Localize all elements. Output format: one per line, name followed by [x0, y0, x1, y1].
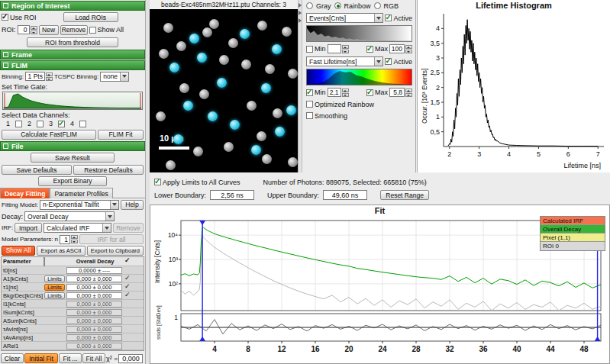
table-row-t0[interactable]: t0[ns]0,0000 ± ---- — [2, 266, 144, 275]
lower-boundary-input[interactable]: 2,56 ns — [210, 190, 254, 200]
binning-stepper[interactable]: 1 Pts — [25, 72, 53, 81]
collapse-icon[interactable] — [3, 143, 8, 149]
lifetime-active-checkbox[interactable] — [385, 58, 392, 65]
collapse-icon[interactable] — [3, 63, 8, 68]
lifetime-histogram-chart[interactable]: 2345670,511,522,533,54 — [418, 9, 610, 162]
irf-select[interactable]: Calculated IRF — [44, 223, 111, 233]
roi-spinner-arrows[interactable] — [31, 26, 37, 34]
limits-button[interactable]: Limits — [44, 275, 65, 282]
export-binary-button[interactable]: Export Binary — [38, 176, 107, 186]
lifetime-channel-select[interactable]: Fast Lifetime[ns] — [306, 56, 383, 66]
roi-from-threshold-button[interactable]: ROI from threshold — [27, 37, 118, 47]
fit-button[interactable]: Fit ... — [59, 353, 82, 363]
restore-defaults-button[interactable]: Restore Defaults — [73, 165, 144, 175]
n-stepper[interactable]: 1 — [60, 235, 78, 244]
irf-import-button[interactable]: Import — [15, 223, 42, 233]
chevron-down-icon[interactable] — [374, 57, 382, 66]
file-section-header[interactable]: File — [0, 141, 145, 151]
n-spinner-arrows[interactable] — [71, 235, 78, 243]
model-parameters-label: Model Parameters: — [2, 236, 53, 243]
image-splitter[interactable] — [298, 0, 302, 172]
help-button[interactable]: Help — [121, 200, 144, 210]
flim-image[interactable]: 10 µm — [150, 9, 298, 172]
legend-item-pixel[interactable]: Pixel (1,1) — [541, 234, 605, 242]
intensity-gradient-bar[interactable] — [306, 25, 412, 42]
tab-parameter-profiles[interactable]: Parameter Profiles — [50, 188, 112, 198]
lifetime-min-checkbox[interactable] — [306, 89, 313, 96]
binning-spinner-arrows[interactable] — [46, 72, 53, 81]
chevron-down-icon[interactable] — [105, 212, 114, 221]
limits-button-highlighted[interactable]: Limits — [44, 284, 65, 291]
smoothing-checkbox[interactable] — [306, 112, 313, 119]
collapse-icon[interactable] — [3, 3, 8, 8]
optimized-rainbow-checkbox[interactable] — [306, 101, 313, 108]
save-result-button[interactable]: Save Result — [31, 153, 115, 163]
events-active-label: Active — [393, 14, 412, 22]
chevron-down-icon[interactable] — [102, 224, 111, 232]
chevron-down-icon[interactable] — [374, 14, 382, 22]
lifetime-gradient-bar[interactable] — [306, 69, 412, 85]
fit-all-button[interactable]: Fit All — [82, 353, 105, 363]
use-roi-checkbox[interactable] — [2, 14, 8, 21]
reset-range-button[interactable]: Reset Range — [380, 190, 429, 200]
chevron-down-icon[interactable] — [120, 72, 128, 81]
roi-section-header[interactable]: Region of Interest — [0, 1, 145, 11]
show-all-params-button[interactable]: Show All — [2, 246, 35, 256]
events-max-value[interactable]: 100 — [389, 44, 405, 53]
channel-1-checkbox[interactable] — [15, 121, 22, 127]
roi-number-value[interactable]: 0 — [18, 25, 30, 34]
flim-section-header[interactable]: FLIM — [0, 60, 145, 70]
lifetime-min-value[interactable]: 2,1 — [328, 88, 341, 97]
frame-section-header[interactable]: Frame — [0, 50, 145, 60]
clear-button[interactable]: Clear — [1, 353, 24, 363]
events-min-checkbox[interactable] — [306, 46, 313, 53]
apply-limits-checkbox[interactable] — [154, 179, 161, 185]
legend-item-calculated-irf[interactable]: Calculated IRF — [541, 217, 605, 225]
export-ascii-button[interactable]: Export as ASCII — [37, 246, 86, 256]
tcspc-binning-select[interactable]: none — [100, 72, 129, 82]
lifetime-max-value[interactable]: 5,8 — [389, 88, 405, 97]
table-row-tau1[interactable]: τ1[ns]Limits0,000 ± 0,000 — [2, 283, 144, 292]
roi-number-stepper[interactable]: 0 — [18, 25, 37, 34]
events-active-checkbox[interactable] — [385, 14, 392, 21]
events-channel-select[interactable]: Events[Cnts] — [306, 13, 383, 23]
export-clipboard-button[interactable]: Export to Clipboard — [87, 246, 144, 256]
n-value[interactable]: 1 — [60, 235, 70, 244]
chevron-down-icon[interactable] — [110, 201, 118, 209]
calculate-fastflim-button[interactable]: Calculate FastFLIM — [2, 130, 96, 140]
load-rois-button[interactable]: Load ROIs — [63, 12, 118, 22]
fitting-model-select[interactable]: n-Exponential Tailfit — [40, 200, 119, 210]
upper-boundary-input[interactable]: 49,60 ns — [323, 190, 367, 200]
table-config-button[interactable] — [44, 258, 66, 266]
channel-2-checkbox[interactable] — [37, 121, 44, 127]
decay-select[interactable]: Overall Decay — [24, 211, 115, 221]
binning-value[interactable]: 1 Pts — [25, 72, 45, 81]
show-all-rois-checkbox[interactable] — [89, 27, 96, 34]
lifetime-min-stepper[interactable]: 2,1 — [328, 88, 349, 97]
events-max-stepper[interactable]: 100 — [389, 44, 412, 53]
lifetime-max-checkbox[interactable] — [366, 89, 373, 96]
save-defaults-button[interactable]: Save Defaults — [2, 165, 72, 175]
limits-button[interactable]: Limits — [44, 292, 65, 299]
initial-fit-button[interactable]: Initial Fit — [24, 353, 58, 363]
bead-gray — [273, 108, 282, 118]
lifetime-max-stepper[interactable]: 5,8 — [389, 88, 412, 97]
table-row-a1[interactable]: A1[kCnts]Limits0,000 ± 0,000 — [2, 275, 144, 283]
events-min-value[interactable] — [328, 44, 341, 53]
new-roi-button[interactable]: New — [39, 25, 59, 35]
events-min-stepper[interactable] — [328, 44, 349, 53]
table-row-bkgrdec[interactable]: BkgrDec[kCnts]Limits0,000 ± 0,000 — [2, 292, 144, 300]
legend-item-roi0[interactable]: ROI 0 — [541, 242, 605, 250]
legend-item-overall-decay[interactable]: Overall Decay — [541, 225, 605, 234]
channel-4-checkbox[interactable] — [79, 121, 86, 127]
flim-fit-button[interactable]: FLIM Fit — [98, 130, 144, 140]
rainbow-radio[interactable] — [334, 2, 341, 9]
gray-radio[interactable] — [306, 2, 313, 9]
time-gate-plot[interactable] — [2, 92, 143, 110]
rgb-radio[interactable] — [374, 2, 381, 9]
collapse-icon[interactable] — [3, 52, 8, 57]
channel-3-checkbox[interactable] — [58, 121, 65, 127]
tab-decay-fitting[interactable]: Decay Fitting — [0, 188, 50, 198]
events-max-checkbox[interactable] — [366, 46, 373, 53]
remove-roi-button[interactable]: Remove — [60, 25, 88, 35]
